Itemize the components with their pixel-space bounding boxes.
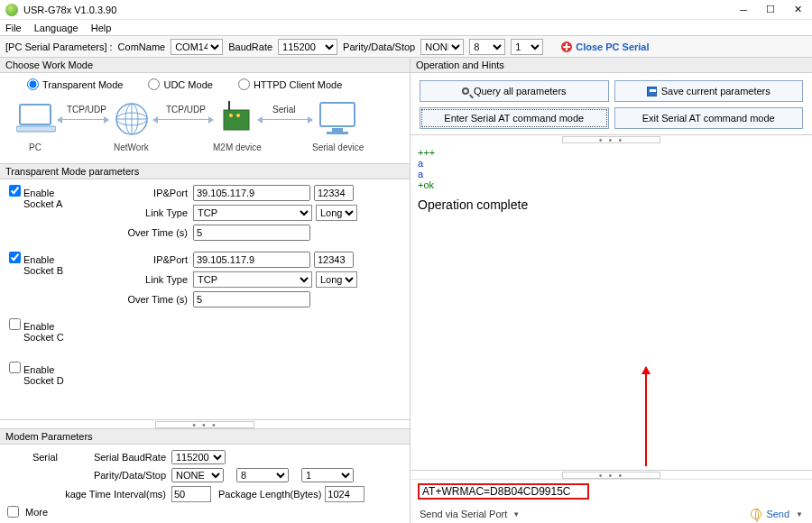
socket-c-enable[interactable]: Enable [9,321,54,332]
sb-ipport-label: IP&Port [74,254,193,265]
sb-overtime-label: Over Time (s) [74,294,193,305]
databits-select[interactable]: 8 [469,39,505,55]
pkg-time-label: kage Time Interval(ms) [65,489,171,500]
comname-select[interactable]: COM14 [171,39,223,55]
svg-rect-1 [16,126,56,132]
close-pc-serial-label: Close PC Serial [576,41,649,52]
node-m2m: M2M device [213,142,262,152]
pds-label: Parity/Data/Stop [343,41,415,52]
link-tcpudp-2: TCP/UDP [166,105,206,115]
socket-c-checkbox[interactable] [9,318,21,330]
search-icon [462,87,469,95]
modem-parity-select[interactable]: NONE [171,468,224,482]
sa-overtime-input[interactable] [193,225,310,241]
close-pc-serial-button[interactable]: Close PC Serial [561,41,649,52]
more-checkbox-label[interactable]: More [7,506,402,518]
svg-point-9 [229,114,233,117]
mode-udc[interactable]: UDC Mode [148,78,212,90]
modem-baud-select[interactable]: 115200 [171,450,226,464]
svg-rect-0 [20,105,51,124]
close-icon [561,41,572,52]
socket-b-checkbox[interactable] [9,252,21,263]
log-line: +++ [418,147,805,158]
pc-icon [16,103,56,133]
menu-help[interactable]: Help [91,23,112,33]
svg-rect-12 [332,128,343,132]
right-splitter-bottom[interactable]: • • • [411,470,812,479]
stopbits-select[interactable]: 1 [511,39,543,55]
modem-baud-label: Serial BaudRate [65,452,171,463]
at-command-input[interactable] [418,483,589,500]
svg-point-10 [236,114,240,117]
socket-a-checkbox[interactable] [9,185,21,197]
network-icon [114,101,150,137]
comname-label: ComName [118,41,166,52]
query-all-button[interactable]: Query all parameters [420,80,609,102]
annotation-arrow [645,367,647,466]
socket-b-enable[interactable]: Enable [9,254,54,265]
right-splitter-top[interactable]: • • • [411,134,812,143]
minimize-button[interactable]: ─ [738,5,749,15]
mode-transparent[interactable]: Transparent Mode [27,78,123,90]
modem-pds-label: Parity/Data/Stop [65,470,171,481]
sa-ip-input[interactable] [193,185,310,201]
sa-overtime-label: Over Time (s) [74,227,193,238]
log-line: a [418,158,805,169]
save-icon [647,87,657,96]
socket-c-label: Socket C [23,332,64,343]
modem-params-header: Modem Parameters [0,429,410,445]
svg-rect-11 [320,103,355,126]
sb-mode-select[interactable]: Long [316,271,357,288]
send-via-dropdown[interactable]: Send via Serial Port▼ [420,509,520,519]
operation-hints-header: Operation and Hints [411,58,812,73]
sb-ip-input[interactable] [193,252,310,268]
close-button[interactable]: ✕ [792,5,803,15]
serial-device-icon [318,101,357,135]
sa-linktype-label: Link Type [74,207,193,218]
svg-rect-7 [224,110,249,130]
log-line: +ok [418,179,805,190]
pkg-len-label: Package Length(Bytes) [218,489,321,500]
maximize-button[interactable]: ☐ [765,5,776,15]
sb-linktype-select[interactable]: TCP [193,271,312,288]
socket-d-enable[interactable]: Enable [9,364,54,375]
parity-select[interactable]: NONE [420,39,464,55]
modem-data-select[interactable]: 8 [236,468,289,482]
sa-linktype-select[interactable]: TCP [193,205,312,221]
sb-port-input[interactable] [314,252,354,268]
socket-a-enable[interactable]: Enable [9,188,54,198]
app-icon [5,4,18,16]
more-checkbox[interactable] [7,506,19,518]
sb-overtime-input[interactable] [193,291,310,307]
pc-serial-header: [PC Serial Parameters] : [5,41,113,52]
modem-stop-select[interactable]: 1 [301,468,354,482]
sb-linktype-label: Link Type [74,274,193,285]
mode-udc-radio[interactable] [148,78,160,90]
enter-at-button[interactable]: Enter Serial AT command mode [420,107,609,129]
exit-at-button[interactable]: Exit Serial AT command mode [614,107,804,129]
save-current-button[interactable]: Save current parameters [614,80,804,102]
choose-work-mode-header: Choose Work Mode [0,58,410,73]
sa-mode-select[interactable]: Long [316,205,357,221]
link-tcpudp-1: TCP/UDP [67,105,106,115]
log-area: +++ a a +ok Operation complete [411,143,812,470]
menu-file[interactable]: File [5,23,22,33]
log-operation-complete: Operation complete [418,197,805,212]
mode-httpd-radio[interactable] [238,78,250,90]
sa-port-input[interactable] [314,185,354,201]
socket-d-checkbox[interactable] [9,362,21,373]
pkg-time-input[interactable] [171,486,211,502]
m2m-icon [218,101,254,133]
mode-transparent-radio[interactable] [27,78,39,90]
socket-a-label: Socket A [23,198,62,209]
splitter-bar[interactable]: • • • [0,419,410,428]
modem-serial-label: Serial [7,452,65,463]
window-title: USR-G78x V1.0.3.90 [23,5,738,15]
topology-diagram: TCP/UDP TCP/UDP Serial PC NetWork M2M de… [0,94,410,164]
menu-language[interactable]: Language [34,23,78,33]
node-network: NetWork [114,142,149,152]
baudrate-select[interactable]: 115200 [278,39,337,55]
mode-httpd[interactable]: HTTPD Client Mode [238,78,342,90]
send-button[interactable]: Send▼ [751,509,803,519]
pkg-len-input[interactable] [325,486,364,502]
